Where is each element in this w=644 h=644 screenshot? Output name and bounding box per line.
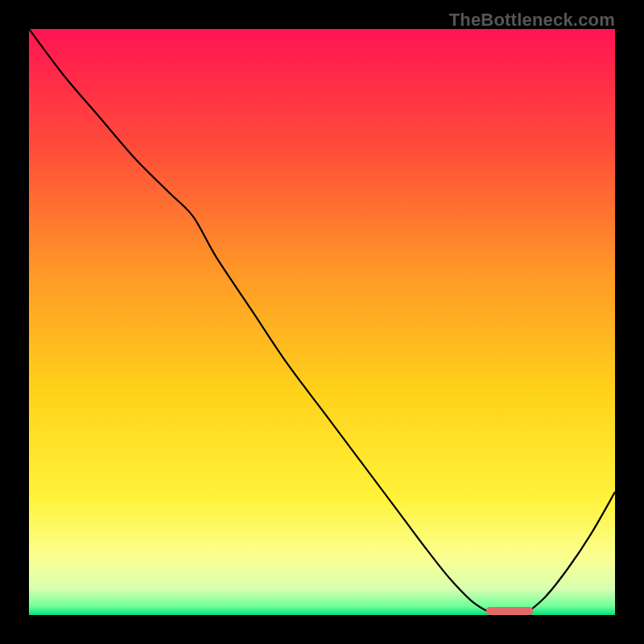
bottleneck-curve: [29, 29, 615, 615]
chart-frame: TheBottleneck.com: [0, 0, 644, 644]
optimal-range-marker: [486, 607, 533, 615]
plot-area: [29, 29, 615, 615]
watermark-text: TheBottleneck.com: [449, 10, 615, 31]
curve-layer: [29, 29, 615, 615]
